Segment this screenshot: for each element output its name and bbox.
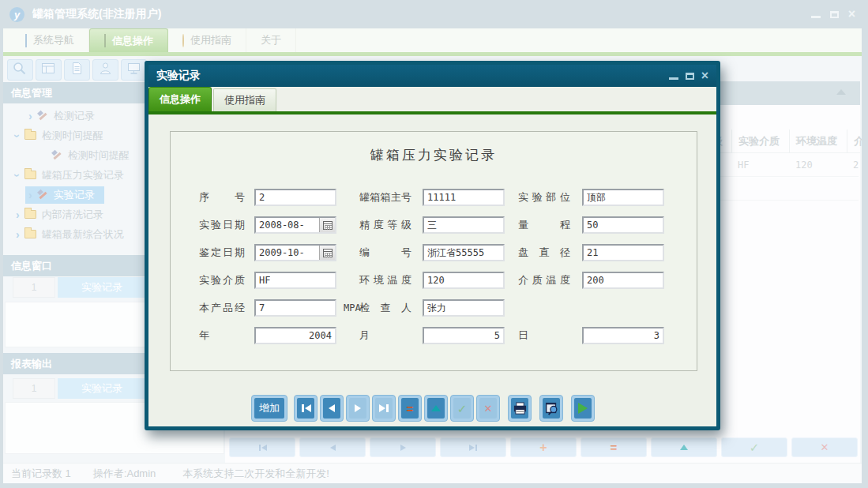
dialog-body: 罐箱压力实验记录 序号2罐箱箱主号11111实验部位顶部实验日期2008-08-…	[148, 114, 716, 426]
next-record-button[interactable]	[346, 395, 370, 422]
edit-button[interactable]	[424, 395, 448, 422]
form-field: 量程50	[518, 215, 664, 235]
form-field: 盘直径21	[518, 242, 664, 263]
field-input-环境温度[interactable]: 120	[423, 272, 505, 289]
dialog-tab-guide[interactable]: 使用指南	[213, 88, 276, 111]
form-field: 年2004	[199, 325, 336, 346]
dialog-minimize-icon[interactable]	[669, 77, 678, 80]
field-input-日[interactable]: 3	[582, 327, 664, 344]
cancel-button[interactable]: ✕	[476, 395, 500, 422]
field-input-实验日期[interactable]: 2008-08-10	[254, 216, 336, 234]
field-value: 2009-10-10	[256, 247, 305, 258]
field-value: HF	[259, 275, 270, 286]
calendar-button[interactable]	[319, 218, 335, 232]
form-field: 精度等级三	[359, 215, 505, 235]
field-value: 顶部	[587, 191, 606, 205]
field-label: 介质温度	[518, 273, 570, 287]
unit-label: MPA	[344, 302, 361, 313]
field-value: 21	[587, 247, 598, 258]
dialog-title: 实验记录	[156, 69, 201, 83]
field-label: 实验部位	[518, 190, 570, 205]
dialog-close-icon[interactable]: ×	[701, 69, 708, 82]
field-input-检查人[interactable]: 张力	[423, 299, 505, 317]
calendar-icon	[323, 249, 333, 257]
form-field: 实验日期2008-08-10	[199, 215, 336, 235]
run-icon	[578, 403, 588, 414]
edit-icon	[431, 405, 441, 411]
last-record-button[interactable]	[372, 395, 396, 422]
form-row: 鉴定日期2009-10-10编号浙江省55555盘直径21	[171, 242, 697, 263]
print-preview-button[interactable]	[539, 395, 563, 422]
field-label: 实验介质	[199, 273, 245, 287]
form-title: 罐箱压力实验记录	[171, 146, 697, 164]
calendar-button[interactable]	[319, 246, 335, 260]
field-input-罐箱箱主号[interactable]: 11111	[423, 189, 505, 206]
field-value: 浙江省55555	[427, 246, 484, 260]
dialog-titlebar: 实验记录 ×	[148, 65, 716, 87]
field-label: 月	[359, 328, 411, 343]
delete-button[interactable]: =	[398, 395, 422, 422]
field-input-年[interactable]: 2004	[254, 327, 336, 344]
field-value: 张力	[427, 302, 446, 315]
preview-icon	[544, 402, 559, 415]
field-label: 精度等级	[359, 218, 411, 232]
field-input-月[interactable]: 5	[423, 327, 505, 344]
confirm-button[interactable]: ✓	[450, 395, 474, 422]
form-field: 月5	[359, 325, 505, 346]
print-button[interactable]	[508, 395, 532, 422]
form-row: 年2004月5日3	[171, 325, 697, 346]
field-input-实验介质[interactable]: HF	[254, 272, 336, 289]
form-field: 检查人张力	[359, 298, 505, 318]
first-record-button[interactable]	[294, 395, 318, 422]
minus-icon: =	[407, 403, 414, 415]
field-value: 3	[654, 330, 659, 341]
field-input-精度等级[interactable]: 三	[423, 216, 505, 234]
run-button[interactable]	[571, 395, 595, 422]
field-input-实验部位[interactable]: 顶部	[582, 189, 664, 206]
field-label: 序号	[199, 190, 245, 205]
field-value: 50	[587, 220, 598, 231]
cross-icon: ✕	[484, 404, 493, 414]
field-label: 环境温度	[359, 273, 411, 287]
field-label: 日	[518, 328, 570, 343]
field-label: 罐箱箱主号	[359, 190, 411, 205]
field-value: 三	[427, 219, 437, 232]
form-field: 实验部位顶部	[518, 187, 664, 208]
add-button[interactable]: 增加	[251, 395, 287, 422]
field-label: 检查人	[359, 301, 411, 315]
dialog-restore-icon[interactable]	[686, 73, 694, 80]
field-label: 量程	[518, 218, 570, 232]
form-field: 介质温度200	[518, 270, 664, 291]
form-field: 日3	[518, 325, 664, 346]
field-label: 编号	[359, 246, 411, 260]
form-field: 鉴定日期2009-10-10	[199, 242, 336, 263]
field-value: 120	[427, 275, 445, 286]
form-field: 编号浙江省55555	[359, 242, 505, 263]
dialog-button-bar: 增加=✓✕	[251, 395, 597, 422]
dialog-tab-info-ops[interactable]: 信息操作	[148, 87, 212, 111]
dialog-tab-bar: 信息操作 使用指南	[148, 87, 716, 111]
form-field: 实验介质HF	[199, 270, 336, 291]
form-row: 实验介质HF环境温度120介质温度200	[171, 270, 697, 291]
field-input-编号[interactable]: 浙江省55555	[423, 244, 505, 261]
field-input-介质温度[interactable]: 200	[582, 272, 664, 289]
field-input-鉴定日期[interactable]: 2009-10-10	[254, 244, 336, 261]
form-field: 罐箱箱主号11111	[359, 187, 505, 208]
field-value: 5	[494, 330, 500, 341]
experiment-record-dialog: 实验记录 × 信息操作 使用指南 罐箱压力实验记录 序号2罐箱箱主号11111实…	[145, 61, 720, 430]
field-value: 11111	[427, 192, 456, 203]
field-value: 200	[587, 275, 604, 286]
field-input-序号[interactable]: 2	[254, 189, 336, 206]
field-input-盘直径[interactable]: 21	[582, 244, 664, 261]
field-input-本产品经[interactable]: 7	[254, 299, 336, 317]
prev-record-button[interactable]	[320, 395, 344, 422]
field-value: 2	[259, 192, 265, 203]
field-value: 2008-08-10	[256, 220, 305, 231]
form-field: 本产品经7MPA	[199, 298, 361, 318]
field-label: 本产品经	[199, 301, 245, 315]
form-row: 序号2罐箱箱主号11111实验部位顶部	[171, 187, 697, 208]
check-icon: ✓	[457, 403, 468, 415]
first-icon	[301, 404, 311, 412]
field-input-量程[interactable]: 50	[582, 216, 664, 234]
form-row: 实验日期2008-08-10精度等级三量程50	[171, 215, 697, 235]
